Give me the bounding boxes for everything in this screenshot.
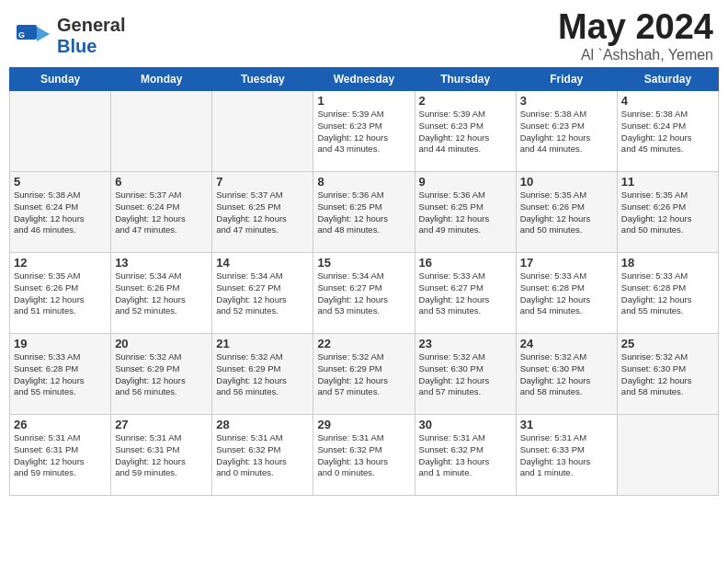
day-number: 2 (419, 94, 512, 108)
cell-info: Daylight: 12 hours (419, 375, 512, 387)
day-number: 13 (115, 256, 208, 270)
cell-info: and 0 minutes. (317, 467, 410, 479)
header-wednesday: Wednesday (313, 68, 415, 91)
cell-info: Sunset: 6:31 PM (115, 444, 208, 456)
day-number: 24 (520, 337, 613, 350)
day-number: 6 (115, 175, 208, 189)
cell-info: Daylight: 12 hours (520, 294, 613, 306)
cell-info: Sunrise: 5:32 AM (419, 351, 512, 363)
cell-info: and 52 minutes. (115, 305, 208, 317)
day-number: 4 (621, 94, 714, 108)
cell-info: Daylight: 12 hours (216, 213, 309, 225)
cell-info: and 55 minutes. (621, 305, 714, 317)
cell-info: Sunset: 6:23 PM (419, 121, 512, 132)
calendar-cell: 1Sunrise: 5:39 AMSunset: 6:23 PMDaylight… (313, 91, 415, 172)
cell-info: Sunset: 6:27 PM (216, 282, 309, 294)
cell-info: Sunrise: 5:31 AM (317, 432, 410, 444)
cell-info: Daylight: 12 hours (115, 456, 208, 468)
cell-info: Sunrise: 5:39 AM (419, 109, 512, 121)
cell-info: Daylight: 12 hours (520, 213, 613, 225)
day-number: 8 (317, 175, 410, 189)
calendar-cell: 14Sunrise: 5:34 AMSunset: 6:27 PMDayligh… (212, 253, 313, 334)
cell-info: Sunset: 6:32 PM (216, 444, 309, 456)
cell-info: and 0 minutes. (216, 467, 309, 479)
calendar-cell: 19Sunrise: 5:33 AMSunset: 6:28 PMDayligh… (10, 334, 111, 415)
cell-info: Daylight: 12 hours (520, 132, 613, 144)
cell-info: Sunset: 6:24 PM (621, 121, 714, 132)
cell-info: Daylight: 12 hours (621, 132, 714, 144)
cell-info: Sunset: 6:25 PM (317, 201, 410, 213)
cell-info: Sunrise: 5:39 AM (317, 109, 410, 121)
cell-info: and 1 minute. (520, 467, 613, 479)
cell-info: Sunset: 6:26 PM (520, 201, 613, 213)
cell-info: Daylight: 12 hours (14, 294, 107, 306)
calendar-cell: 28Sunrise: 5:31 AMSunset: 6:32 PMDayligh… (212, 415, 313, 496)
day-number: 21 (216, 337, 309, 350)
cell-info: Sunset: 6:26 PM (115, 282, 208, 294)
day-number: 27 (115, 418, 208, 431)
day-number: 9 (419, 175, 512, 189)
calendar-table: Sunday Monday Tuesday Wednesday Thursday… (9, 67, 719, 496)
calendar-cell: 25Sunrise: 5:32 AMSunset: 6:30 PMDayligh… (617, 334, 718, 415)
cell-info: Daylight: 12 hours (14, 375, 107, 387)
cell-info: and 44 minutes. (419, 144, 512, 155)
cell-info: Daylight: 12 hours (317, 132, 410, 144)
cell-info: Sunset: 6:25 PM (216, 201, 309, 213)
calendar-cell: 18Sunrise: 5:33 AMSunset: 6:28 PMDayligh… (617, 253, 718, 334)
cell-info: Sunset: 6:25 PM (419, 201, 512, 213)
cell-info: Sunset: 6:24 PM (115, 201, 208, 213)
calendar-cell: 20Sunrise: 5:32 AMSunset: 6:29 PMDayligh… (111, 334, 212, 415)
cell-info: Daylight: 12 hours (419, 132, 512, 144)
day-number: 20 (115, 337, 208, 350)
calendar-cell: 9Sunrise: 5:36 AMSunset: 6:25 PMDaylight… (415, 172, 516, 253)
cell-info: Sunrise: 5:37 AM (216, 190, 309, 201)
cell-info: Sunrise: 5:35 AM (520, 190, 613, 201)
calendar-week-3: 12Sunrise: 5:35 AMSunset: 6:26 PMDayligh… (10, 253, 719, 334)
cell-info: Sunset: 6:30 PM (621, 363, 714, 375)
calendar-cell (212, 91, 313, 172)
calendar-cell: 24Sunrise: 5:32 AMSunset: 6:30 PMDayligh… (516, 334, 617, 415)
cell-info: and 52 minutes. (216, 305, 309, 317)
day-number: 31 (520, 418, 613, 431)
cell-info: Daylight: 12 hours (621, 294, 714, 306)
calendar-cell: 16Sunrise: 5:33 AMSunset: 6:27 PMDayligh… (415, 253, 516, 334)
cell-info: Sunrise: 5:32 AM (520, 351, 613, 363)
day-number: 22 (317, 337, 410, 350)
calendar-cell: 6Sunrise: 5:37 AMSunset: 6:24 PMDaylight… (111, 172, 212, 253)
cell-info: Daylight: 13 hours (216, 456, 309, 468)
calendar-cell (10, 91, 111, 172)
cell-info: Sunset: 6:32 PM (317, 444, 410, 456)
calendar-cell: 12Sunrise: 5:35 AMSunset: 6:26 PMDayligh… (10, 253, 111, 334)
cell-info: Sunrise: 5:33 AM (520, 270, 613, 282)
cell-info: Sunset: 6:26 PM (14, 282, 107, 294)
logo: G General Blue (15, 15, 125, 57)
calendar-cell: 8Sunrise: 5:36 AMSunset: 6:25 PMDaylight… (313, 172, 415, 253)
cell-info: and 54 minutes. (520, 305, 613, 317)
cell-info: Daylight: 12 hours (621, 375, 714, 387)
calendar-cell: 30Sunrise: 5:31 AMSunset: 6:32 PMDayligh… (415, 415, 516, 496)
cell-info: Sunset: 6:27 PM (419, 282, 512, 294)
cell-info: Sunset: 6:30 PM (520, 363, 613, 375)
cell-info: Sunrise: 5:31 AM (520, 432, 613, 444)
cell-info: and 56 minutes. (216, 386, 309, 398)
svg-marker-1 (37, 27, 50, 41)
cell-info: Daylight: 12 hours (14, 456, 107, 468)
cell-info: and 53 minutes. (419, 305, 512, 317)
day-number: 18 (621, 256, 714, 270)
cell-info: Sunrise: 5:35 AM (621, 190, 714, 201)
cell-info: Daylight: 12 hours (419, 294, 512, 306)
cell-info: and 53 minutes. (317, 305, 410, 317)
cell-info: Sunrise: 5:31 AM (115, 432, 208, 444)
cell-info: Sunrise: 5:32 AM (621, 351, 714, 363)
cell-info: and 47 minutes. (216, 224, 309, 236)
calendar-cell: 5Sunrise: 5:38 AMSunset: 6:24 PMDaylight… (10, 172, 111, 253)
day-headers-row: Sunday Monday Tuesday Wednesday Thursday… (10, 68, 719, 91)
calendar-cell: 27Sunrise: 5:31 AMSunset: 6:31 PMDayligh… (111, 415, 212, 496)
cell-info: Daylight: 13 hours (419, 456, 512, 468)
cell-info: Sunset: 6:23 PM (520, 121, 613, 132)
cell-info: Sunset: 6:24 PM (14, 201, 107, 213)
day-number: 10 (520, 175, 613, 189)
cell-info: Sunset: 6:29 PM (216, 363, 309, 375)
day-number: 19 (14, 337, 107, 350)
cell-info: Sunset: 6:33 PM (520, 444, 613, 456)
